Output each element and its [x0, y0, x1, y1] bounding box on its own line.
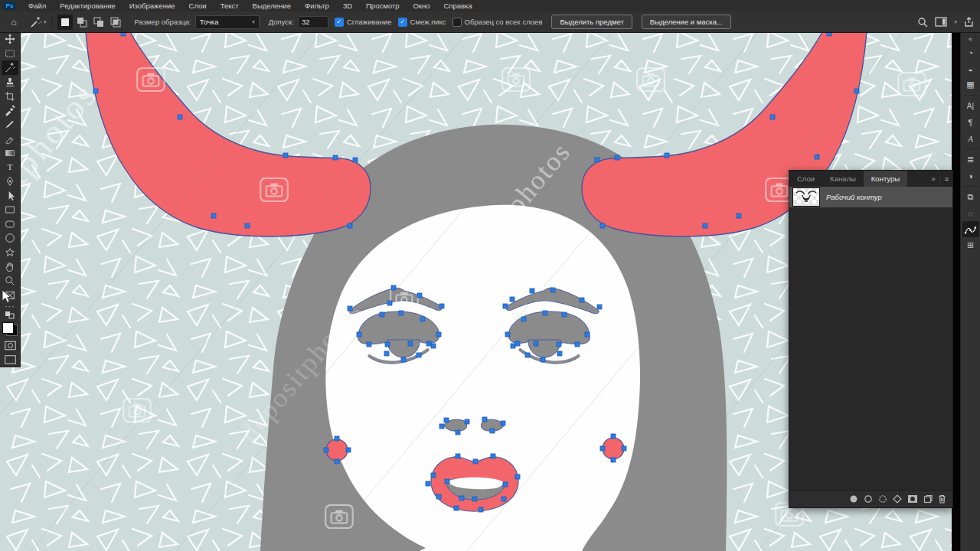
anchor-point[interactable]	[426, 481, 430, 486]
anchor-point[interactable]	[211, 214, 216, 218]
contiguous-checkbox[interactable]: ✓	[398, 18, 407, 27]
anchor-point[interactable]	[385, 342, 390, 347]
workspace-switcher-icon[interactable]	[935, 17, 947, 27]
anchor-point[interactable]	[557, 342, 561, 347]
foreground-background-colors[interactable]	[2, 322, 18, 336]
tab-paths[interactable]: Контуры	[864, 171, 907, 187]
mode-add-to-selection[interactable]	[74, 15, 90, 30]
color-icon[interactable]: ◒	[962, 60, 979, 77]
anchor-point[interactable]	[515, 341, 520, 346]
paragraph-icon[interactable]: ¶	[962, 114, 979, 130]
anchor-point[interactable]	[420, 317, 425, 321]
anchor-point[interactable]	[283, 153, 288, 158]
anchor-point[interactable]	[439, 304, 444, 308]
gradient-tool[interactable]	[2, 146, 18, 161]
foreground-color-swatch[interactable]	[2, 322, 14, 334]
anchor-point[interactable]	[521, 317, 526, 321]
search-icon[interactable]	[917, 17, 928, 28]
anchor-point[interactable]	[454, 506, 459, 510]
anchor-point[interactable]	[465, 419, 469, 424]
rounded-rectangle-tool[interactable]	[2, 217, 18, 232]
tab-layers[interactable]: Слои	[789, 171, 822, 187]
anchor-point[interactable]	[503, 304, 508, 308]
make-work-path-icon[interactable]	[893, 494, 902, 504]
antialias-checkbox[interactable]: ✓	[335, 18, 344, 27]
anchor-point[interactable]	[530, 289, 534, 293]
type-tool[interactable]: T	[2, 160, 18, 174]
magic-wand-tool[interactable]	[2, 60, 18, 75]
eraser-tool[interactable]	[2, 132, 18, 146]
chevron-down-icon[interactable]: ▾	[954, 19, 957, 25]
mode-new-selection[interactable]	[57, 15, 73, 30]
anchor-point[interactable]	[703, 223, 707, 228]
anchor-point[interactable]	[380, 312, 384, 317]
anchor-point[interactable]	[482, 417, 487, 422]
anchor-point[interactable]	[456, 430, 460, 435]
anchor-point[interactable]	[436, 332, 441, 337]
channels-icon[interactable]: ◌	[962, 205, 979, 221]
menu-window[interactable]: Окно	[406, 0, 436, 11]
delete-path-icon[interactable]	[938, 494, 946, 504]
rectangle-tool[interactable]	[2, 203, 18, 217]
fill-path-icon[interactable]	[849, 494, 858, 504]
move-tool[interactable]	[2, 32, 18, 47]
anchor-point[interactable]	[510, 297, 514, 302]
menu-view[interactable]: Просмотр	[359, 0, 406, 11]
anchor-point[interactable]	[501, 497, 506, 501]
anchor-point[interactable]	[600, 223, 605, 228]
anchor-point[interactable]	[611, 458, 616, 462]
menu-3d[interactable]: 3D	[336, 0, 359, 11]
menu-edit[interactable]: Редактирование	[53, 0, 122, 11]
anchor-point[interactable]	[473, 459, 478, 464]
anchor-point[interactable]	[417, 293, 422, 298]
clone-source-icon[interactable]: ⊞	[962, 237, 979, 253]
sample-all-layers-checkbox[interactable]	[452, 18, 462, 27]
anchor-point[interactable]	[600, 446, 605, 451]
anchor-point[interactable]	[178, 115, 182, 119]
paths-panel-body[interactable]	[789, 207, 952, 490]
double-chevron-icon[interactable]: »	[931, 175, 935, 183]
anchor-point[interactable]	[444, 418, 449, 422]
menu-help[interactable]: Справка	[437, 0, 479, 11]
collapse-panels-icon[interactable]: «	[962, 34, 979, 44]
anchor-point[interactable]	[245, 223, 250, 228]
select-and-mask-button[interactable]: Выделение и маска...	[642, 15, 731, 29]
menu-layers[interactable]: Слои	[182, 0, 214, 11]
anchor-point[interactable]	[525, 353, 530, 357]
anchor-point[interactable]	[505, 332, 510, 337]
anchor-point[interactable]	[324, 448, 328, 452]
anchor-point[interactable]	[459, 496, 464, 500]
pen-tool[interactable]	[2, 174, 18, 189]
anchor-point[interactable]	[346, 448, 351, 452]
menu-type[interactable]: Текст	[214, 0, 246, 11]
anchor-point[interactable]	[737, 214, 741, 218]
select-subject-button[interactable]: Выделить предмет	[551, 15, 632, 29]
anchor-point[interactable]	[431, 473, 436, 478]
anchor-point[interactable]	[511, 344, 515, 348]
sample-size-select[interactable]: Точка ▾	[195, 15, 260, 29]
anchor-point[interactable]	[580, 298, 584, 302]
anchor-point[interactable]	[622, 446, 626, 451]
anchor-point[interactable]	[333, 155, 338, 160]
paragraph-styles-icon[interactable]: ≣	[962, 152, 979, 168]
anchor-point[interactable]	[615, 155, 619, 160]
anchor-point[interactable]	[479, 507, 483, 512]
anchor-point[interactable]	[399, 311, 403, 315]
anchor-point[interactable]	[501, 421, 505, 425]
add-mask-icon[interactable]	[907, 494, 918, 504]
clone-stamp-tool[interactable]	[2, 75, 18, 90]
anchor-point[interactable]	[416, 353, 421, 357]
anchor-point[interactable]	[431, 344, 436, 348]
mode-intersect-selection[interactable]	[108, 15, 123, 30]
anchor-point[interactable]	[550, 288, 555, 292]
anchor-point[interactable]	[439, 424, 444, 429]
anchor-point[interactable]	[491, 454, 495, 458]
rectangular-marquee-tool[interactable]	[2, 47, 18, 61]
load-path-as-selection-icon[interactable]	[878, 494, 887, 504]
stroke-path-icon[interactable]	[864, 494, 873, 504]
path-selection-tool[interactable]	[2, 188, 18, 203]
anchor-point[interactable]	[387, 301, 392, 305]
mode-subtract-from-selection[interactable]	[91, 15, 106, 30]
current-tool-magic-wand[interactable]: ▾	[29, 15, 47, 28]
anchor-point[interactable]	[391, 285, 396, 290]
